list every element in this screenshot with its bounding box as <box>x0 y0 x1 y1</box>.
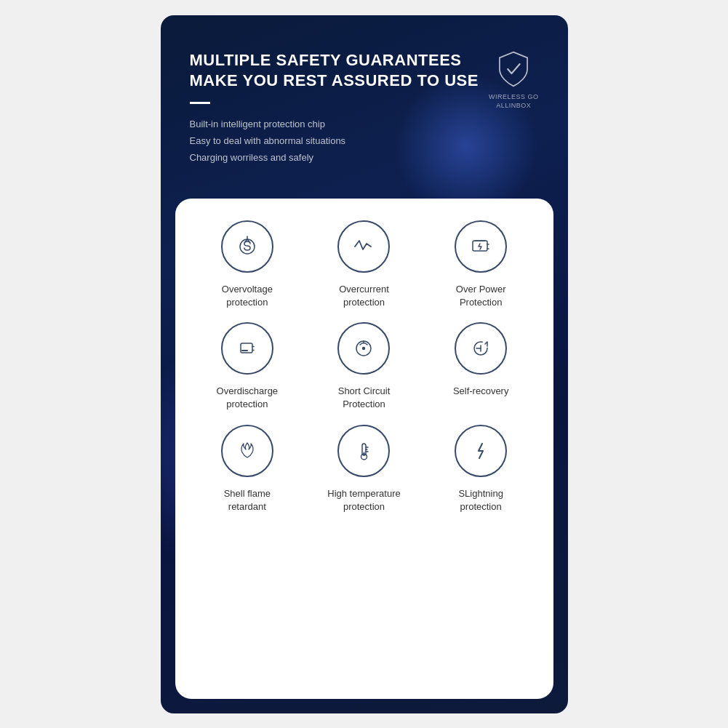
overvoltage-icon-circle <box>221 220 273 273</box>
overpower-icon <box>468 233 494 260</box>
feature-selfrecovery: Self-recovery <box>426 322 536 411</box>
features-card: Overvoltageprotection Overcurrentprotect… <box>175 199 553 699</box>
shield-icon <box>495 50 532 88</box>
overvoltage-icon <box>234 233 260 260</box>
shellflame-icon-circle <box>221 425 273 477</box>
hightemp-label: High temperatureprotection <box>327 487 400 513</box>
overvoltage-label: Overvoltageprotection <box>222 283 273 309</box>
shield-brand: WIRELESS GOALLINBOX <box>489 50 539 111</box>
feature-overdischarge: Overdischargeprotection <box>193 322 303 411</box>
overcurrent-icon <box>351 233 377 260</box>
subtitle: Built-in intelligent protection chip Eas… <box>190 116 479 167</box>
svg-point-12 <box>363 348 365 350</box>
svg-rect-6 <box>241 343 252 353</box>
lightning-icon-circle <box>455 425 507 477</box>
hightemp-icon-circle <box>337 425 390 477</box>
main-title: MULTIPLE SAFETY GUARANTEES MAKE YOU REST… <box>190 50 479 92</box>
brand-text: WIRELESS GOALLINBOX <box>489 92 539 111</box>
feature-overvoltage: Overvoltageprotection <box>193 220 303 309</box>
shortcircuit-label: Short CircuitProtection <box>338 385 391 411</box>
selfrecovery-label: Self-recovery <box>453 385 509 398</box>
lightning-label: SLightningprotection <box>458 487 503 513</box>
overpower-icon-circle <box>455 220 507 273</box>
overcurrent-label: Overcurrentprotection <box>339 283 389 309</box>
selfrecovery-icon <box>468 335 494 361</box>
overdischarge-icon <box>234 335 260 361</box>
overpower-label: Over PowerProtection <box>456 283 506 309</box>
features-grid: Overvoltageprotection Overcurrentprotect… <box>193 220 536 513</box>
header-top: MULTIPLE SAFETY GUARANTEES MAKE YOU REST… <box>190 50 539 167</box>
shellflame-label: Shell flameretardant <box>224 487 271 513</box>
lightning-icon <box>468 438 494 464</box>
selfrecovery-icon-circle <box>455 322 507 375</box>
overdischarge-label: Overdischargeprotection <box>217 385 279 411</box>
feature-overcurrent: Overcurrentprotection <box>309 220 419 309</box>
shortcircuit-icon <box>351 335 377 361</box>
overdischarge-icon-circle <box>221 322 273 375</box>
header-section: MULTIPLE SAFETY GUARANTEES MAKE YOU REST… <box>161 15 568 181</box>
feature-hightemp: High temperatureprotection <box>309 425 419 513</box>
feature-lightning: SLightningprotection <box>426 425 536 513</box>
feature-shortcircuit: Short CircuitProtection <box>309 322 419 411</box>
shortcircuit-icon-circle <box>337 322 390 375</box>
feature-shellflame: Shell flameretardant <box>193 425 303 513</box>
title-block: MULTIPLE SAFETY GUARANTEES MAKE YOU REST… <box>190 50 479 167</box>
shellflame-icon <box>234 438 260 464</box>
title-divider <box>190 102 210 104</box>
main-container: MULTIPLE SAFETY GUARANTEES MAKE YOU REST… <box>161 15 568 713</box>
overcurrent-icon-circle <box>337 220 390 273</box>
hightemp-icon <box>351 438 377 464</box>
feature-overpower: Over PowerProtection <box>426 220 536 309</box>
